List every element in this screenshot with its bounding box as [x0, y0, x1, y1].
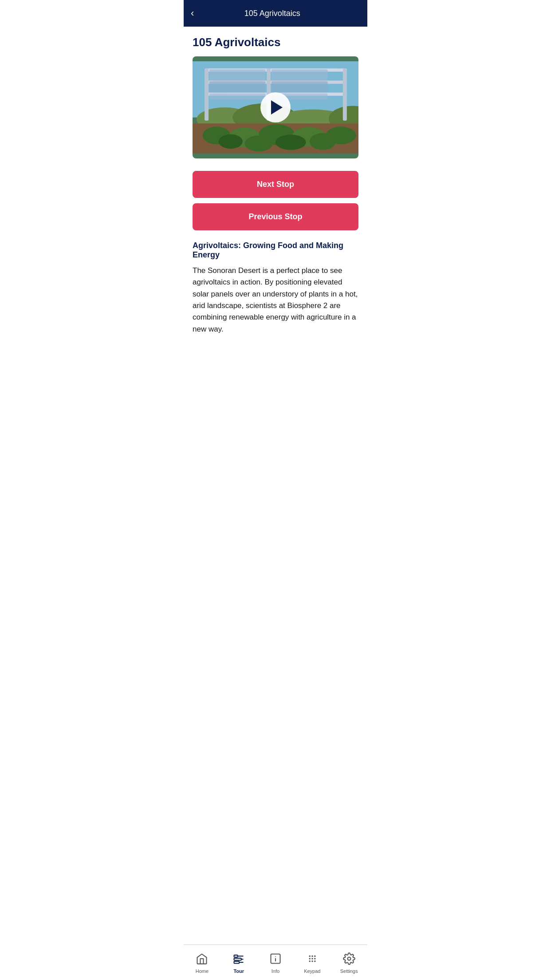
- svg-rect-25: [209, 93, 265, 99]
- svg-rect-21: [209, 69, 265, 80]
- next-stop-button[interactable]: Next Stop: [193, 171, 358, 198]
- play-icon: [271, 100, 283, 115]
- svg-rect-23: [209, 81, 265, 92]
- svg-rect-18: [205, 68, 209, 120]
- header-title: 105 Agrivoltaics: [197, 9, 347, 18]
- svg-point-13: [276, 134, 306, 150]
- page-title: 105 Agrivoltaics: [193, 36, 358, 49]
- svg-point-12: [244, 135, 272, 151]
- svg-point-11: [219, 134, 243, 149]
- description-heading: Agrivoltaics: Growing Food and Making En…: [193, 241, 358, 260]
- description-text: The Sonoran Desert is a perfect place to…: [193, 265, 358, 335]
- video-container[interactable]: [193, 56, 358, 158]
- svg-rect-22: [272, 69, 327, 80]
- prev-stop-button[interactable]: Previous Stop: [193, 203, 358, 230]
- svg-rect-24: [272, 81, 327, 92]
- header: ‹ 105 Agrivoltaics: [184, 0, 367, 27]
- svg-rect-20: [343, 68, 347, 120]
- play-button[interactable]: [260, 92, 291, 122]
- svg-point-14: [310, 133, 336, 150]
- main-content: 105 Agrivoltaics: [184, 27, 367, 375]
- back-button[interactable]: ‹: [191, 7, 197, 20]
